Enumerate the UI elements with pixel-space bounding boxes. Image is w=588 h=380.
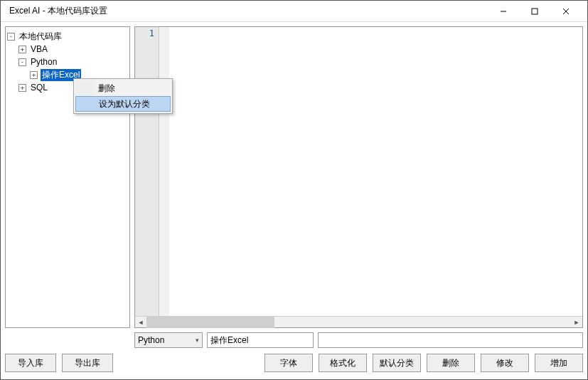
main-content: - 本地代码库 + VBA - Python + 操作Excel + SQL bbox=[1, 22, 587, 328]
titlebar: Excel AI - 本地代码库设置 bbox=[1, 1, 587, 22]
input-row: Python ▾ 操作Excel bbox=[1, 328, 587, 348]
scroll-left-icon[interactable]: ◄ bbox=[135, 317, 146, 328]
font-button[interactable]: 字体 bbox=[264, 354, 313, 372]
defaultcat-label: 默认分类 bbox=[380, 357, 414, 369]
format-label: 格式化 bbox=[330, 357, 356, 369]
tree-node-vba[interactable]: + VBA bbox=[7, 43, 128, 56]
tree-root[interactable]: - 本地代码库 bbox=[7, 30, 128, 43]
modify-label: 修改 bbox=[496, 357, 513, 369]
description-input[interactable] bbox=[318, 332, 583, 348]
expand-icon[interactable]: + bbox=[18, 84, 26, 92]
tree-node-python[interactable]: - Python bbox=[7, 56, 128, 68]
editor-body[interactable]: 1 bbox=[135, 27, 582, 316]
export-label: 导出库 bbox=[75, 357, 100, 369]
export-button[interactable]: 导出库 bbox=[62, 354, 113, 372]
minimize-button[interactable] bbox=[488, 1, 519, 21]
import-label: 导入库 bbox=[18, 357, 43, 369]
name-input-value: 操作Excel bbox=[210, 334, 248, 347]
scroll-thumb[interactable] bbox=[146, 317, 274, 328]
line-gutter: 1 bbox=[135, 27, 159, 316]
chevron-down-icon: ▾ bbox=[196, 337, 199, 344]
add-button[interactable]: 增加 bbox=[535, 354, 583, 372]
tree-sql-label: SQL bbox=[29, 83, 49, 93]
scroll-track[interactable] bbox=[146, 317, 571, 328]
tree-sidebar: - 本地代码库 + VBA - Python + 操作Excel + SQL bbox=[5, 26, 130, 328]
menu-setdefault-label: 设为默认分类 bbox=[99, 98, 150, 110]
name-input[interactable]: 操作Excel bbox=[207, 332, 314, 348]
tree-python-label: Python bbox=[29, 57, 58, 67]
format-button[interactable]: 格式化 bbox=[319, 354, 367, 372]
modify-button[interactable]: 修改 bbox=[481, 354, 529, 372]
horizontal-scrollbar[interactable]: ◄ ► bbox=[135, 316, 582, 327]
expand-icon[interactable]: + bbox=[18, 46, 26, 53]
add-label: 增加 bbox=[550, 357, 567, 369]
delete-label: 删除 bbox=[442, 357, 459, 369]
tree-vba-label: VBA bbox=[29, 44, 49, 54]
menu-delete-label: 删除 bbox=[98, 83, 115, 95]
delete-button[interactable]: 删除 bbox=[427, 354, 475, 372]
context-menu: 删除 设为默认分类 bbox=[73, 78, 173, 114]
collapse-icon[interactable]: - bbox=[18, 58, 26, 66]
app-window: Excel AI - 本地代码库设置 - 本地代码库 + VBA bbox=[0, 0, 588, 380]
svg-rect-1 bbox=[532, 9, 538, 14]
code-editor: 1 ◄ ► bbox=[134, 26, 583, 328]
default-category-button[interactable]: 默认分类 bbox=[373, 354, 421, 372]
collapse-icon[interactable]: - bbox=[7, 33, 15, 41]
fold-margin bbox=[159, 27, 169, 316]
code-area[interactable] bbox=[169, 27, 582, 316]
tree-root-label: 本地代码库 bbox=[18, 31, 63, 43]
language-select[interactable]: Python ▾ bbox=[134, 332, 203, 348]
maximize-button[interactable] bbox=[519, 1, 550, 21]
import-button[interactable]: 导入库 bbox=[5, 354, 56, 372]
window-controls bbox=[488, 1, 582, 21]
window-title: Excel AI - 本地代码库设置 bbox=[6, 5, 488, 17]
expand-icon[interactable]: + bbox=[30, 71, 38, 79]
button-row: 导入库 导出库 字体 格式化 默认分类 删除 修改 增加 bbox=[1, 348, 587, 379]
close-button[interactable] bbox=[550, 1, 582, 21]
menu-item-set-default[interactable]: 设为默认分类 bbox=[75, 96, 171, 112]
scroll-right-icon[interactable]: ► bbox=[571, 317, 582, 328]
language-select-value: Python bbox=[138, 335, 196, 345]
font-label: 字体 bbox=[280, 357, 297, 369]
line-number-1: 1 bbox=[135, 28, 154, 38]
menu-item-delete[interactable]: 删除 bbox=[75, 80, 171, 96]
